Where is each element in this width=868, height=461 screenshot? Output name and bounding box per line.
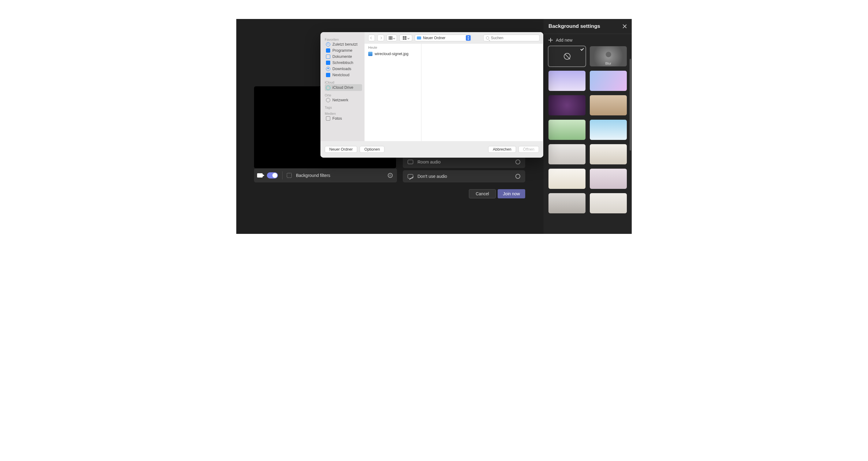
background-tile-bg3[interactable] <box>549 95 586 115</box>
finder-column-1: Heute wirecloud-signet.jpg <box>365 44 422 141</box>
finder-main: Neuer Ordner Heute wirecloud-signet.jpg <box>365 32 543 141</box>
background-grid: Blur <box>544 44 632 216</box>
sidebar-item-label: Programme <box>332 49 352 53</box>
none-icon <box>564 53 570 60</box>
column-header: Heute <box>365 44 421 51</box>
new-folder-button[interactable]: Neuer Ordner <box>325 146 357 153</box>
scrollbar[interactable] <box>629 59 631 151</box>
location-dropdown[interactable]: Neuer Ordner <box>415 35 472 41</box>
sidebar-item-label: Netzwerk <box>332 98 348 102</box>
sidebar-item-label: Schreibtisch <box>332 61 353 65</box>
sidebar-item[interactable]: iCloud Drive <box>325 84 362 91</box>
columns-icon <box>389 36 392 40</box>
gear-icon[interactable] <box>388 173 393 178</box>
file-open-dialog: FavoritenZuletzt benutztProgrammeDokumen… <box>320 32 543 158</box>
search-field[interactable] <box>483 35 539 41</box>
camera-icon <box>257 173 262 178</box>
background-tile-bg4[interactable] <box>590 95 627 115</box>
finder-column-2 <box>422 44 543 141</box>
blur-label: Blur <box>590 62 627 65</box>
finder-sidebar: FavoritenZuletzt benutztProgrammeDokumen… <box>320 32 365 141</box>
room-audio-option[interactable]: Room audio <box>403 156 525 168</box>
chevron-down-icon <box>407 37 409 39</box>
background-tile-bg2[interactable] <box>590 71 627 91</box>
chevron-right-icon <box>379 37 382 39</box>
down-icon <box>326 67 330 71</box>
desk-icon <box>326 61 330 65</box>
net-icon <box>326 98 330 102</box>
file-item[interactable]: wirecloud-signet.jpg <box>365 51 421 57</box>
add-new-button[interactable]: Add new <box>544 34 632 44</box>
separator <box>282 172 282 179</box>
sidebar-item[interactable]: Downloads <box>325 66 362 72</box>
sidebar-section-header: iCloud <box>325 81 365 84</box>
sidebar-section-header: Tags <box>325 105 365 109</box>
background-tile-bg10[interactable] <box>590 169 627 189</box>
nav-forward-button[interactable] <box>377 35 384 41</box>
cancel-button[interactable]: Cancel <box>469 189 496 198</box>
sidebar-item[interactable]: Netzwerk <box>325 97 362 103</box>
folder-icon <box>417 36 421 39</box>
nav-back-button[interactable] <box>368 35 375 41</box>
video-toolbar: Background filters <box>254 168 397 182</box>
background-settings-panel: Background settings Add new Blur <box>544 19 632 234</box>
file-thumbnail-icon <box>368 52 372 56</box>
grouping-button[interactable] <box>399 35 412 41</box>
fold-icon <box>326 73 330 77</box>
sidebar-item[interactable]: Nextcloud <box>325 72 362 78</box>
panel-title: Background settings <box>549 23 600 29</box>
chevron-left-icon <box>370 37 373 39</box>
location-label: Neuer Ordner <box>423 36 445 40</box>
plus-icon <box>549 38 553 42</box>
background-tile-none[interactable] <box>549 46 586 66</box>
no-audio-icon <box>408 174 413 179</box>
background-tile-bg6[interactable] <box>590 120 627 140</box>
file-name: wirecloud-signet.jpg <box>375 52 408 56</box>
sidebar-section-header: Favoriten <box>325 38 365 41</box>
background-tile-bg12[interactable] <box>590 193 627 213</box>
background-tile-bg1[interactable] <box>549 71 586 91</box>
camera-toggle[interactable] <box>267 172 278 179</box>
sidebar-item-label: Nextcloud <box>332 73 349 77</box>
radio-icon <box>516 159 520 164</box>
chevron-down-icon <box>393 37 395 39</box>
background-tile-blur[interactable]: Blur <box>590 46 627 66</box>
finder-toolbar: Neuer Ordner <box>365 32 543 44</box>
sidebar-item[interactable]: Fotos <box>325 115 362 122</box>
sidebar-item[interactable]: Dokumente <box>325 54 362 60</box>
sidebar-item-label: Zuletzt benutzt <box>332 42 358 47</box>
doc-icon <box>326 55 330 59</box>
open-button[interactable]: Öffnen <box>519 146 539 153</box>
options-button[interactable]: Optionen <box>360 146 384 153</box>
background-filters-icon <box>287 173 292 178</box>
sidebar-item[interactable]: Zuletzt benutzt <box>325 41 362 48</box>
background-tile-bg8[interactable] <box>590 144 627 164</box>
search-input[interactable] <box>491 36 537 40</box>
background-tile-bg5[interactable] <box>549 120 586 140</box>
join-now-button[interactable]: Join now <box>498 189 525 198</box>
cancel-button[interactable]: Abbrechen <box>488 146 516 153</box>
no-audio-label: Don't use audio <box>417 174 447 179</box>
sidebar-item-label: Dokumente <box>332 55 352 59</box>
room-audio-label: Room audio <box>417 159 441 164</box>
silhouette-icon <box>606 52 611 57</box>
background-tile-bg9[interactable] <box>549 169 586 189</box>
view-mode-button[interactable] <box>386 35 397 41</box>
background-tile-bg11[interactable] <box>549 193 586 213</box>
finder-footer: Neuer Ordner Optionen Abbrechen Öffnen <box>320 141 543 158</box>
app-icon <box>326 49 330 53</box>
sidebar-item[interactable]: Schreibtisch <box>325 60 362 66</box>
sidebar-section-header: Medien <box>325 112 365 115</box>
sidebar-item-label: iCloud Drive <box>332 85 353 90</box>
clock-icon <box>326 42 330 47</box>
background-filters-button[interactable]: Background filters <box>296 173 383 178</box>
grid-icon <box>403 36 406 40</box>
sidebar-item[interactable]: Programme <box>325 48 362 54</box>
close-icon[interactable] <box>623 24 627 28</box>
background-tile-bg7[interactable] <box>549 144 586 164</box>
sidebar-item-label: Downloads <box>332 67 351 71</box>
no-audio-option[interactable]: Don't use audio <box>403 170 525 182</box>
radio-icon <box>516 174 520 179</box>
stepper-icon <box>466 35 471 41</box>
room-audio-icon <box>408 160 413 164</box>
